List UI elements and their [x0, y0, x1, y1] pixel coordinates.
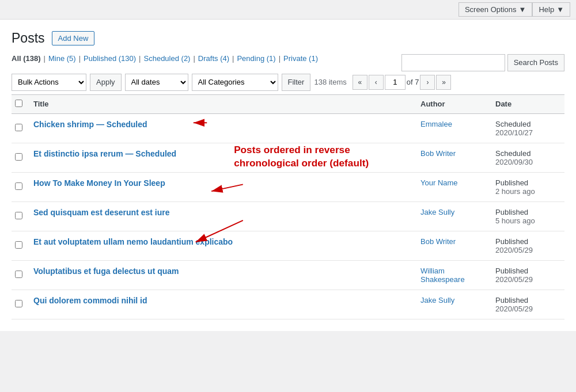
current-page-input[interactable] — [385, 75, 406, 90]
filter-private[interactable]: Private (1) — [283, 54, 318, 63]
post-date-cell: Published2020/05/29 — [490, 231, 564, 260]
date-value: 2020/05/29 — [495, 246, 533, 254]
bulk-actions-select[interactable]: Bulk Actions — [12, 74, 86, 91]
dates-select[interactable]: All dates — [125, 74, 188, 91]
author-link[interactable]: Bob Writer — [420, 149, 456, 158]
row-checkbox[interactable] — [15, 241, 22, 249]
table-header-row: Title Author Date — [12, 94, 564, 113]
post-title-link[interactable]: Voluptatibus et fuga delectus ut quam — [33, 267, 179, 276]
post-title-cell: Et distinctio ipsa rerum — Scheduled — [28, 143, 415, 172]
screen-options-button[interactable]: Screen Options ▼ — [458, 2, 532, 17]
post-author-cell: Jake Sully — [415, 201, 490, 231]
post-title-link[interactable]: Chicken shrimp — Scheduled — [33, 120, 147, 129]
table-row: How To Make Money In Your SleepYour Name… — [12, 172, 564, 201]
row-checkbox-cell — [12, 172, 28, 201]
filter-all[interactable]: All (138) — [12, 54, 41, 63]
select-all-checkbox[interactable] — [15, 100, 22, 107]
page-of-label: of 7 — [407, 78, 419, 86]
post-date-cell: Published2020/05/29 — [490, 290, 564, 319]
author-link[interactable]: Your Name — [420, 178, 458, 187]
post-title-cell: Sed quisquam est deserunt est iure — [28, 201, 415, 231]
row-checkbox-cell — [12, 143, 28, 172]
author-link[interactable]: Jake Sully — [420, 208, 454, 216]
first-page-button[interactable]: « — [353, 75, 367, 90]
date-status: Published — [495, 296, 528, 305]
filter-published[interactable]: Published (130) — [84, 54, 136, 63]
filter-drafts[interactable]: Drafts (4) — [198, 54, 229, 63]
post-title-cell: Chicken shrimp — Scheduled — [28, 113, 415, 143]
post-author-cell: Your Name — [415, 172, 490, 201]
date-column-header[interactable]: Date — [490, 94, 564, 113]
sep-2: | — [79, 54, 81, 63]
post-date-cell: Published2020/05/29 — [490, 260, 564, 290]
title-column-header[interactable]: Title — [28, 94, 415, 113]
row-checkbox-cell — [12, 201, 28, 231]
post-author-cell: Bob Writer — [415, 231, 490, 260]
author-column-header[interactable]: Author — [415, 94, 490, 113]
author-link[interactable]: Jake Sully — [420, 296, 454, 305]
post-title-cell: Et aut voluptatem ullam nemo laudantium … — [28, 231, 415, 260]
row-checkbox-cell — [12, 260, 28, 290]
post-title-link[interactable]: How To Make Money In Your Sleep — [33, 178, 165, 188]
top-bar: Screen Options ▼ Help ▼ — [0, 0, 576, 20]
page-header: Posts Add New — [12, 25, 564, 47]
row-checkbox-cell — [12, 290, 28, 319]
filter-scheduled[interactable]: Scheduled (2) — [144, 54, 191, 63]
row-checkbox[interactable] — [15, 182, 22, 190]
apply-button[interactable]: Apply — [90, 74, 122, 91]
post-author-cell: Bob Writer — [415, 143, 490, 172]
table-row: Voluptatibus et fuga delectus ut quamWil… — [12, 260, 564, 290]
post-title-link[interactable]: Et distinctio ipsa rerum — Scheduled — [33, 149, 176, 158]
row-checkbox[interactable] — [15, 271, 22, 278]
annotation-container: Title Author Date Chicken shrimp — Sched… — [12, 94, 564, 319]
post-title-link[interactable]: Qui dolorem commodi nihil id — [33, 296, 147, 305]
post-date-cell: Scheduled2020/09/30 — [490, 143, 564, 172]
row-checkbox[interactable] — [15, 212, 22, 219]
help-button[interactable]: Help ▼ — [532, 2, 570, 17]
row-checkbox[interactable] — [15, 124, 22, 131]
help-chevron: ▼ — [556, 5, 564, 14]
sep-6: | — [279, 54, 281, 63]
page-title: Posts — [12, 30, 45, 47]
screen-options-chevron: ▼ — [519, 5, 526, 14]
author-link[interactable]: Bob Writer — [420, 237, 456, 246]
filter-pending[interactable]: Pending (1) — [237, 54, 275, 63]
post-date-cell: Scheduled2020/10/27 — [490, 113, 564, 143]
date-value: 2020/09/30 — [495, 158, 533, 166]
table-row: Et aut voluptatem ullam nemo laudantium … — [12, 231, 564, 260]
filter-button[interactable]: Filter — [282, 74, 311, 91]
row-checkbox[interactable] — [15, 300, 22, 307]
date-value: 5 hours ago — [495, 216, 535, 225]
prev-page-button[interactable]: ‹ — [369, 75, 384, 90]
post-date-cell: Published2 hours ago — [490, 172, 564, 201]
top-right-buttons: Screen Options ▼ Help ▼ — [458, 2, 570, 17]
add-new-button[interactable]: Add New — [52, 31, 95, 45]
author-link[interactable]: William Shakespeare — [420, 267, 465, 284]
table-row: Chicken shrimp — ScheduledEmmaleeSchedul… — [12, 113, 564, 143]
post-title-cell: Qui dolorem commodi nihil id — [28, 290, 415, 319]
date-value: 2020/05/29 — [495, 305, 533, 313]
filters-row: Bulk Actions Apply All dates All Categor… — [12, 74, 564, 91]
date-status: Published — [495, 237, 528, 246]
table-row: Qui dolorem commodi nihil idJake SullyPu… — [12, 290, 564, 319]
post-title-link[interactable]: Sed quisquam est deserunt est iure — [33, 208, 170, 217]
filter-mine[interactable]: Mine (5) — [48, 54, 76, 63]
last-page-button[interactable]: » — [436, 75, 451, 90]
row-checkbox-cell — [12, 231, 28, 260]
next-page-button[interactable]: › — [420, 75, 435, 90]
author-link[interactable]: Emmalee — [420, 120, 452, 128]
row-checkbox[interactable] — [15, 153, 22, 161]
sep-3: | — [139, 54, 141, 63]
header-area: All (138) | Mine (5) | Published (130) |… — [12, 54, 564, 71]
date-status: Published — [495, 178, 528, 187]
search-input[interactable] — [401, 54, 505, 71]
post-date-cell: Published5 hours ago — [490, 201, 564, 231]
search-posts-button[interactable]: Search Posts — [507, 54, 564, 71]
post-title-cell: How To Make Money In Your Sleep — [28, 172, 415, 201]
post-title-link[interactable]: Et aut voluptatem ullam nemo laudantium … — [33, 237, 233, 246]
main-content: Posts Add New All (138) | Mine (5) | Pub… — [0, 20, 576, 331]
post-author-cell: William Shakespeare — [415, 260, 490, 290]
categories-select[interactable]: All Categories — [192, 74, 278, 91]
select-all-header — [12, 94, 28, 113]
date-status: Scheduled — [495, 149, 530, 158]
